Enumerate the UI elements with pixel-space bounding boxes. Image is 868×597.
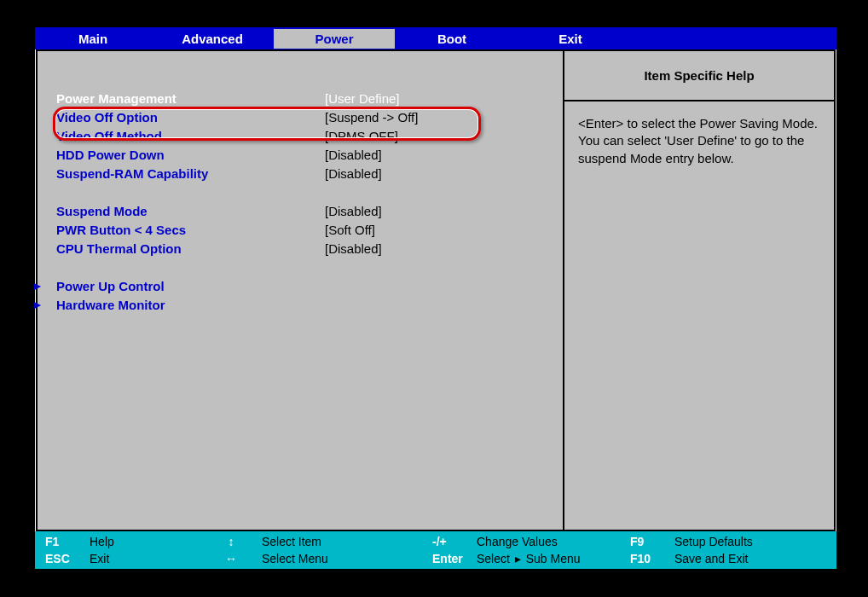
tab-bar: Main Advanced Power Boot Exit [35, 27, 836, 49]
setting-hdd-power-down[interactable]: HDD Power Down [Disabled] [56, 145, 546, 164]
help-title: Item Specific Help [564, 51, 834, 101]
setting-value: [User Define] [325, 91, 400, 106]
key-enter-desc: Select ▸ Sub Menu [477, 552, 581, 565]
enter-desc-b: Sub Menu [526, 552, 581, 565]
submenu-arrow-icon: ▸ [34, 278, 49, 293]
key-f1: F1 [45, 535, 79, 548]
main-area: Power Management [User Define] Video Off… [35, 49, 836, 531]
key-esc: ESC [45, 552, 79, 565]
key-plusminus: -/+ [432, 535, 466, 548]
tab-boot[interactable]: Boot [395, 29, 509, 49]
updown-arrow-icon: ↕ [221, 535, 241, 548]
setting-label: Video Off Option [56, 110, 325, 125]
bios-window: Main Advanced Power Boot Exit Power Mana… [35, 27, 836, 569]
submenu-label: Hardware Monitor [56, 298, 325, 312]
setting-label: Video Off Method [56, 129, 325, 143]
setting-value: [Disabled] [325, 204, 382, 218]
settings-panel: Power Management [User Define] Video Off… [36, 49, 564, 531]
setting-value: [Disabled] [325, 166, 382, 181]
tab-advanced[interactable]: Advanced [151, 29, 274, 49]
setting-value: [DPMS OFF] [325, 129, 398, 143]
key-plusminus-desc: Change Values [477, 535, 558, 548]
setting-label: Suspend Mode [56, 204, 325, 218]
key-f9-desc: Setup Defaults [674, 535, 753, 548]
submenu-label: Power Up Control [56, 279, 325, 293]
tab-main[interactable]: Main [35, 29, 151, 49]
setting-label: PWR Button < 4 Secs [56, 223, 325, 237]
key-updown-desc: Select Item [262, 535, 321, 548]
setting-power-management[interactable]: Power Management [User Define] [56, 89, 546, 107]
setting-value: [Disabled] [325, 241, 382, 256]
key-esc-desc: Exit [90, 552, 109, 565]
setting-pwr-button[interactable]: PWR Button < 4 Secs [Soft Off] [56, 220, 546, 239]
key-enter: Enter [432, 552, 466, 565]
setting-value: [Soft Off] [325, 223, 375, 237]
tab-power[interactable]: Power [274, 29, 395, 49]
setting-video-off-method[interactable]: Video Off Method [DPMS OFF] [56, 126, 546, 145]
setting-value: [Disabled] [325, 148, 382, 162]
key-f1-desc: Help [90, 535, 114, 548]
setting-value: [Suspend -> Off] [325, 110, 418, 125]
footer-row-1: F1 Help ↕ Select Item -/+ Change Values … [45, 533, 826, 550]
key-f10-desc: Save and Exit [674, 552, 748, 565]
footer-row-2: ESC Exit ↔ Select Menu Enter Select ▸ Su… [45, 550, 826, 567]
enter-desc-a: Select [477, 552, 510, 565]
key-leftright-desc: Select Menu [262, 552, 328, 565]
help-body: <Enter> to select the Power Saving Mode.… [564, 101, 834, 181]
setting-label: HDD Power Down [56, 148, 325, 162]
submenu-arrow-icon: ▸ [34, 297, 49, 312]
submenu-power-up-control[interactable]: ▸ Power Up Control [56, 276, 546, 295]
setting-cpu-thermal[interactable]: CPU Thermal Option [Disabled] [56, 239, 546, 258]
setting-video-off-option[interactable]: Video Off Option [Suspend -> Off] [56, 107, 546, 126]
setting-label: CPU Thermal Option [56, 241, 325, 256]
help-panel: Item Specific Help <Enter> to select the… [564, 49, 836, 531]
key-f10: F10 [630, 552, 664, 565]
key-f9: F9 [630, 535, 664, 548]
footer-bar: F1 Help ↕ Select Item -/+ Change Values … [35, 531, 836, 569]
setting-suspend-ram[interactable]: Suspend-RAM Capability [Disabled] [56, 164, 546, 183]
submenu-indicator-icon: ▸ [515, 552, 521, 565]
submenu-hardware-monitor[interactable]: ▸ Hardware Monitor [56, 295, 546, 314]
leftright-arrow-icon: ↔ [221, 552, 241, 565]
setting-suspend-mode[interactable]: Suspend Mode [Disabled] [56, 201, 546, 220]
setting-label: Power Management [56, 91, 325, 106]
setting-label: Suspend-RAM Capability [56, 166, 325, 181]
tab-exit[interactable]: Exit [509, 29, 632, 49]
